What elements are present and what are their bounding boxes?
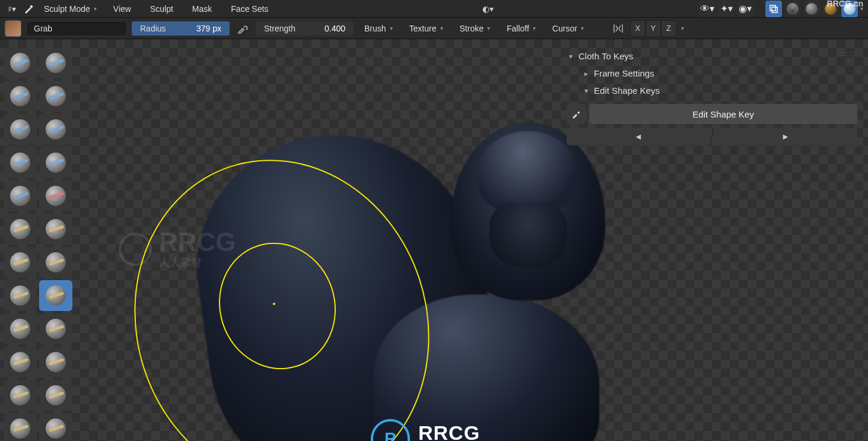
shading-wire[interactable] (784, 1, 801, 17)
panel-section-cloth[interactable]: ▾ Cloth To Keys (567, 47, 857, 65)
falloff-dropdown[interactable]: Falloff▾ (501, 21, 542, 36)
grab-tool[interactable] (39, 280, 72, 311)
panel-drag-handle[interactable]: :::::: (837, 50, 855, 57)
strength-slider[interactable]: Strength 0.400 (256, 21, 354, 36)
radius-pressure-icon[interactable] (234, 20, 251, 37)
inflate-tool[interactable] (4, 147, 37, 178)
strength-value: 0.400 (325, 24, 345, 33)
panel-section-frame[interactable]: ▸ Frame Settings (567, 65, 857, 82)
strength-label: Strength (264, 24, 295, 33)
axis-chevron[interactable]: ▾ (681, 25, 684, 31)
shading-solid[interactable] (803, 1, 820, 17)
snap-icon[interactable]: ♯▾ (5, 2, 19, 16)
fill-tool[interactable] (39, 214, 72, 245)
smooth-tool[interactable] (39, 180, 72, 211)
slide-tool[interactable] (4, 413, 37, 441)
eyedropper-button[interactable] (567, 104, 586, 124)
chevron-down-icon: ▾ (94, 5, 97, 12)
header-bar: ♯▾ Sculpt Mode ▾ View Sculpt Mask Face S… (0, 0, 868, 18)
symmetry-axes: X Y Z (630, 20, 676, 37)
radius-slider[interactable]: Radius 379 px (132, 21, 230, 36)
watermark-main-text: RRCG (418, 421, 480, 441)
brush-cursor-center (273, 303, 275, 305)
layer-tool[interactable] (39, 114, 72, 145)
thumb-tool[interactable] (4, 347, 37, 377)
rotate-tool[interactable] (39, 380, 72, 411)
orientation-icon[interactable]: ◐▾ (481, 2, 495, 16)
crease-tool[interactable] (4, 180, 37, 211)
menu-face-sets[interactable]: Face Sets (222, 2, 276, 16)
axis-x[interactable]: X (630, 20, 646, 37)
sculpt-toolbar (4, 47, 72, 441)
section-title: Edit Shape Keys (594, 85, 660, 96)
radius-label: Radius (140, 24, 166, 33)
chevron-down-icon: ▾ (569, 52, 573, 61)
watermark-logo-icon: R (371, 419, 410, 441)
next-key-button[interactable]: ► (714, 128, 857, 145)
panel-section-edit[interactable]: ▾ Edit Shape Keys (567, 82, 857, 99)
stroke-dropdown[interactable]: Stroke▾ (454, 21, 496, 36)
n-panel: :::::: ▾ Cloth To Keys ▸ Frame Settings … (567, 47, 857, 145)
section-title: Cloth To Keys (578, 51, 633, 61)
edit-shape-key-button[interactable]: Edit Shape Key (589, 104, 857, 124)
visibility-icon[interactable]: 👁▾ (699, 1, 716, 17)
menu-view[interactable]: View (105, 2, 139, 16)
multiplane-tool[interactable] (39, 247, 72, 278)
cursor-dropdown[interactable]: Cursor▾ (546, 21, 590, 36)
property-bar: Grab Radius 379 px Strength 0.400 Brush▾… (0, 18, 868, 39)
menu-mask[interactable]: Mask (184, 2, 220, 16)
radius-value: 379 px (196, 24, 221, 33)
scrape-tool[interactable] (4, 247, 37, 278)
nudge-tool[interactable] (4, 380, 37, 411)
chevron-right-icon: ▸ (584, 69, 588, 78)
clay-thumb-tool[interactable] (4, 114, 37, 145)
clay-tool[interactable] (4, 81, 37, 112)
xray-toggle[interactable] (765, 1, 782, 17)
sculpt-model (119, 99, 605, 441)
blob-tool[interactable] (39, 147, 72, 178)
flatten-tool[interactable] (4, 214, 37, 245)
symmetry-icon[interactable] (611, 21, 625, 36)
watermark-top-right: RRCG.cn (827, 0, 863, 8)
brush-dropdown[interactable]: Brush▾ (358, 21, 399, 36)
mode-label: Sculpt Mode (44, 4, 90, 14)
prev-key-button[interactable]: ◄ (567, 128, 710, 145)
watermark-faded: RRCG 人人素材 (119, 229, 236, 269)
brush-mode-icon[interactable] (21, 2, 36, 16)
snake-hook-tool[interactable] (39, 313, 72, 344)
svg-rect-2 (772, 7, 777, 12)
mode-dropdown[interactable]: Sculpt Mode ▾ (38, 2, 103, 16)
chevron-down-icon: ▾ (584, 87, 588, 95)
brush-preview[interactable] (5, 20, 21, 37)
gizmo-icon[interactable]: ✦▾ (718, 1, 735, 17)
section-title: Frame Settings (594, 68, 654, 78)
axis-z[interactable]: Z (661, 20, 676, 37)
pinch-tool[interactable] (4, 280, 37, 311)
draw-sharp-tool[interactable] (39, 47, 72, 78)
overlay-icon[interactable]: ◉▾ (737, 1, 753, 17)
svg-point-0 (30, 5, 33, 7)
menu-sculpt[interactable]: Sculpt (142, 2, 182, 16)
axis-y[interactable]: Y (646, 20, 661, 37)
boundary-tool[interactable] (39, 413, 72, 441)
draw-tool[interactable] (4, 47, 37, 78)
svg-rect-1 (770, 5, 775, 11)
clay-strips-tool[interactable] (39, 81, 72, 112)
pose-tool[interactable] (39, 347, 72, 377)
brush-name-field[interactable]: Grab (26, 21, 127, 36)
elastic-tool[interactable] (4, 313, 37, 344)
texture-dropdown[interactable]: Texture▾ (403, 21, 449, 36)
watermark-center: R RRCG 人人素材 (371, 419, 480, 441)
viewport[interactable]: RRCG 人人素材 R RRCG 人人素材 :::::: ▾ Cloth To … (0, 39, 868, 441)
